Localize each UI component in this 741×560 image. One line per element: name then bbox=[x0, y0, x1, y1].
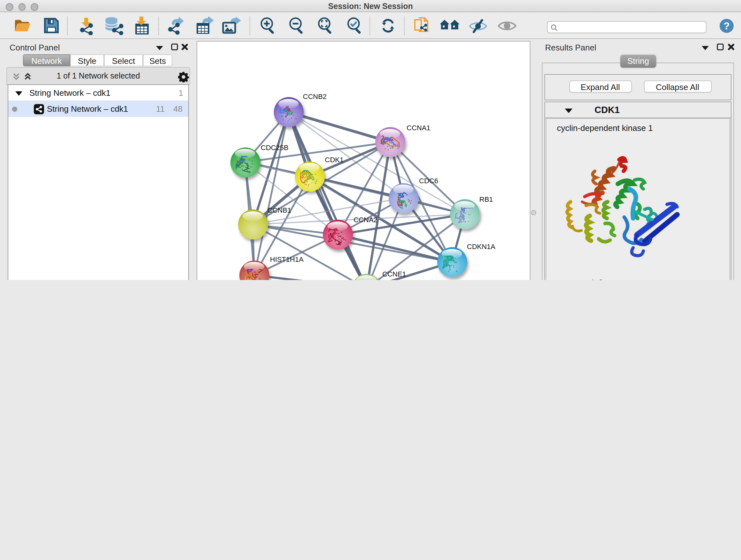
svg-text:?: ? bbox=[724, 20, 730, 32]
